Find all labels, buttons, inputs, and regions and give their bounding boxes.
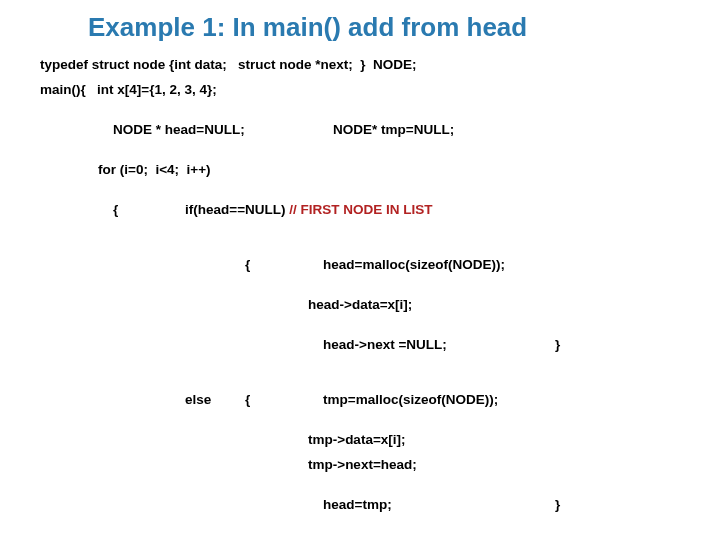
if-cond: if(head==NULL) — [185, 202, 289, 217]
close-brace-if: } — [555, 337, 560, 352]
code-line-for: for (i=0; i<4; i++) — [40, 162, 680, 177]
head-malloc: head=malloc(sizeof(NODE)); — [323, 257, 505, 272]
code-line-tmp-next: tmp->next=head; — [40, 457, 680, 472]
else-open-brace: { — [245, 392, 323, 407]
slide: Example 1: In main() add from head typed… — [0, 0, 720, 540]
close-brace-else: } — [555, 497, 560, 512]
head-next-null: head->next =NULL; — [323, 337, 555, 352]
open-brace: { — [113, 202, 185, 217]
code-line-main-decl: main(){ int x[4]={1, 2, 3, 4}; — [40, 82, 680, 97]
comment-first-node: // FIRST NODE IN LIST — [289, 202, 432, 217]
code-line-decls: NODE * head=NULL;NODE* tmp=NULL; — [40, 107, 680, 152]
code-line-else: else{tmp=malloc(sizeof(NODE)); — [40, 377, 680, 422]
head-eq-tmp: head=tmp; — [323, 497, 555, 512]
code-line-malloc-head: {head=malloc(sizeof(NODE)); — [40, 242, 680, 287]
else-kw: else — [185, 392, 245, 407]
inner-open-brace: { — [245, 257, 323, 272]
code-line-head-next: head->next =NULL;} — [40, 322, 680, 367]
code-line-if: {if(head==NULL) // FIRST NODE IN LIST — [40, 187, 680, 232]
code-line-tmp-data: tmp->data=x[i]; — [40, 432, 680, 447]
slide-title: Example 1: In main() add from head — [88, 12, 680, 43]
code-line-head-data: head->data=x[i]; — [40, 297, 680, 312]
tmp-malloc: tmp=malloc(sizeof(NODE)); — [323, 392, 498, 407]
code-head-decl: NODE * head=NULL; — [113, 122, 333, 137]
code-line-head-assign: head=tmp;} — [40, 482, 680, 527]
code-line-typedef: typedef struct node {int data; struct no… — [40, 57, 680, 72]
code-tmp-decl: NODE* tmp=NULL; — [333, 122, 454, 137]
